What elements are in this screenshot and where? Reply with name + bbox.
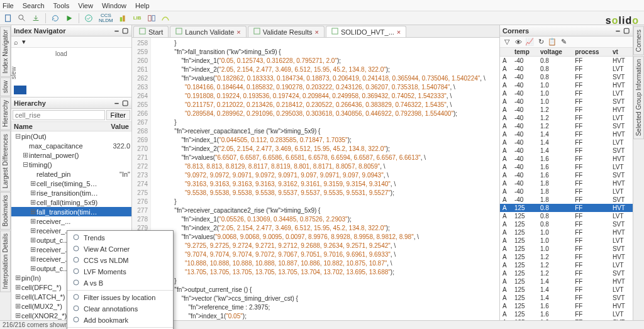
interp-icon[interactable] (118, 13, 129, 24)
tree-row[interactable]: ⊞cell_fall(timing_5x9) (11, 198, 131, 207)
col-flag[interactable] (500, 48, 512, 57)
expand-icon[interactable]: ⊞ (14, 311, 21, 320)
tab-start[interactable]: Start (133, 26, 169, 37)
menu-view[interactable]: View (78, 2, 93, 9)
compare-ab-icon[interactable] (146, 13, 157, 24)
menu-item-view-at-corner[interactable]: View At Corner (67, 243, 173, 255)
corner-row[interactable]: A1250.8FFSVT (500, 220, 633, 228)
col-value[interactable]: Value (100, 122, 131, 131)
tree-row[interactable]: related_pin"In" (11, 169, 131, 179)
expand-icon[interactable]: ⊞ (29, 189, 36, 197)
close-icon[interactable]: ▢ (121, 99, 129, 107)
gear-icon[interactable]: ✎ (559, 38, 568, 47)
sidetab-interpolation-details[interactable]: Interpolation Details (0, 230, 11, 292)
corner-row[interactable]: A-401.4FFHVT (500, 130, 633, 138)
col-process[interactable]: process (572, 48, 610, 57)
expand-icon[interactable]: ⊞ (21, 151, 29, 159)
expand-icon[interactable]: ⊞ (29, 198, 36, 206)
tree-row[interactable]: ⊟timing() (11, 160, 131, 169)
corner-row[interactable]: A1251.2FFHVT (500, 253, 633, 261)
tree-row[interactable]: ⊞internal_power() (11, 150, 131, 160)
col-vt[interactable]: vt (610, 48, 633, 57)
tree-row[interactable]: ⊞rise_transition(timin... (11, 188, 131, 198)
expand-icon[interactable]: ⊞ (14, 283, 21, 291)
corner-row[interactable]: A1251.0FFHVT (500, 228, 633, 237)
lib-icon[interactable]: LIB (131, 13, 143, 24)
expand-icon[interactable]: ⊞ (29, 264, 36, 272)
expand-icon[interactable]: ⊞ (29, 179, 36, 187)
corner-row[interactable]: A-401.6FFSVT (500, 171, 633, 179)
tab-validate-results[interactable]: Validate Results× (248, 26, 325, 37)
corner-row[interactable]: A1250.8FFLVT (500, 212, 633, 220)
menu-item-lvf-moments[interactable]: LVF Moments (67, 266, 173, 277)
copy-icon[interactable]: 📋 (548, 38, 557, 47)
zoom-icon[interactable]: ⌕ (14, 38, 18, 46)
export-icon[interactable] (30, 13, 42, 24)
expand-icon[interactable]: ⊞ (14, 274, 21, 282)
expand-icon[interactable]: ⊞ (29, 226, 36, 235)
tree-row[interactable]: ⊞receiver_... (11, 216, 131, 226)
corner-row[interactable]: A-400.8FFLVT (500, 65, 633, 73)
new-icon[interactable] (3, 13, 14, 24)
close-icon[interactable]: ▢ (623, 27, 630, 35)
corners-table[interactable]: tempvoltageprocessvtA-400.8FFHVTA-400.8F… (500, 48, 633, 320)
code-content[interactable]: } "fn">fall_transition ("kw">timing_5x9)… (151, 38, 499, 320)
moments-icon[interactable] (160, 13, 171, 24)
sidetab-corners[interactable]: Corners (633, 26, 644, 55)
corner-row[interactable]: A1251.6FFHVT (500, 302, 633, 310)
corner-row[interactable]: A-401.8FFHVT (500, 179, 633, 187)
index-grid[interactable]: load slew (11, 48, 131, 97)
corner-row[interactable]: A1251.2FFLVT (500, 261, 633, 269)
expand-icon[interactable]: ⊞ (29, 236, 36, 244)
corner-row[interactable]: A-401.0FFHVT (500, 81, 633, 89)
filter-input[interactable] (13, 110, 105, 120)
play-icon[interactable] (64, 13, 75, 24)
refresh-icon[interactable] (50, 13, 61, 24)
corner-row[interactable]: A1251.6FFLVT (500, 310, 633, 318)
chart-icon[interactable]: 📈 (525, 38, 534, 47)
col-name[interactable]: Name (11, 122, 100, 131)
sidetab-slow[interactable]: slow (0, 77, 11, 96)
expand-icon[interactable]: ⊟ (21, 160, 29, 169)
search-icon[interactable] (16, 13, 28, 24)
expand-icon[interactable]: ⊞ (14, 293, 21, 301)
corner-row[interactable]: A-401.2FFHVT (500, 106, 633, 114)
expand-icon[interactable]: ⊞ (29, 255, 36, 263)
corner-row[interactable]: A-401.4FFLVT (500, 138, 633, 147)
corner-row[interactable]: A-401.8FFLVT (500, 187, 633, 196)
menu-help[interactable]: Help (135, 2, 150, 9)
menu-item-a-vs-b[interactable]: A vs B (67, 277, 173, 289)
corner-row[interactable]: A1251.4FFHVT (500, 277, 633, 286)
corner-row[interactable]: A-401.0FFLVT (500, 89, 633, 98)
tree-row[interactable]: ⊞fall_transition(timin... (11, 207, 131, 216)
expand-icon[interactable]: ⊞ (29, 217, 36, 225)
index-cell[interactable] (14, 86, 26, 94)
corner-row[interactable]: A1251.4FFLVT (500, 286, 633, 294)
col-voltage[interactable]: voltage (538, 48, 572, 57)
filter-icon[interactable]: ▽ (502, 38, 511, 47)
corner-row[interactable]: A-401.8FFSVT (500, 196, 633, 204)
menu-item-trends[interactable]: Trends (67, 232, 173, 243)
expand-icon[interactable]: ⊞ (29, 245, 36, 254)
corner-row[interactable]: A-401.6FFHVT (500, 155, 633, 163)
col-temp[interactable]: temp (512, 48, 538, 57)
corner-row[interactable]: A1251.0FFLVT (500, 237, 633, 245)
ccs-nldm-icon[interactable]: CCSNLDM (97, 13, 115, 24)
minimize-icon[interactable]: ‒ (113, 99, 120, 107)
refresh-icon[interactable]: ↻ (536, 38, 545, 47)
corner-row[interactable]: A-401.2FFSVT (500, 122, 633, 130)
menu-item-clear-annotations[interactable]: Clear annotations (67, 303, 173, 315)
corner-row[interactable]: A-400.8FFSVT (500, 73, 633, 81)
corner-row[interactable]: A-401.4FFSVT (500, 147, 633, 155)
corner-row[interactable]: A-401.2FFLVT (500, 114, 633, 122)
tree-row[interactable]: max_capacitance322.0 (11, 141, 131, 150)
tab-launch-validate[interactable]: Launch Validate× (170, 26, 247, 37)
minimize-icon[interactable]: ‒ (113, 27, 120, 35)
close-icon[interactable]: × (397, 28, 401, 36)
corner-row[interactable]: A1251.0FFSVT (500, 245, 633, 253)
tree-row[interactable]: ⊟pin(Out) (11, 131, 131, 141)
corner-row[interactable]: A-400.8FFHVT (500, 57, 633, 65)
menu-file[interactable]: File (3, 2, 14, 9)
corner-row[interactable]: A1250.8FFHVT (500, 204, 633, 212)
menu-item-ccs-vs-nldm[interactable]: CCS vs NLDM (67, 255, 173, 266)
